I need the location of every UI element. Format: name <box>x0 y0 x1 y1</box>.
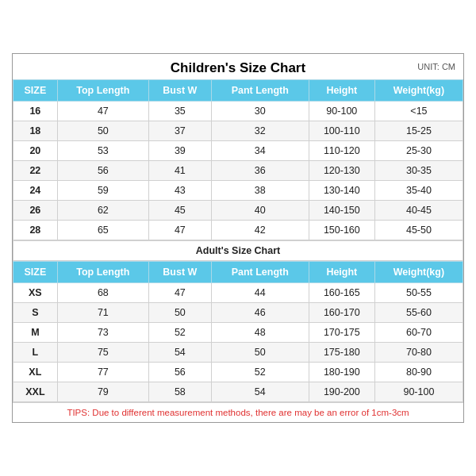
table-cell: 50-55 <box>374 283 463 303</box>
table-cell: 35-40 <box>374 181 463 201</box>
children-chart-title: Children's Size Chart <box>171 60 305 76</box>
table-cell: 34 <box>211 141 309 161</box>
unit-label: UNIT: CM <box>417 62 455 71</box>
table-cell: 15-25 <box>374 121 463 141</box>
table-cell: 39 <box>148 141 211 161</box>
adult-table: SIZE Top Length Bust W Pant Length Heigh… <box>13 261 463 402</box>
table-cell: 175-180 <box>309 343 374 363</box>
adult-col-size: SIZE <box>13 262 58 283</box>
table-cell: 16 <box>13 102 58 121</box>
table-cell: 75 <box>57 343 148 363</box>
table-cell: <15 <box>374 102 463 121</box>
table-cell: 150-160 <box>309 221 374 240</box>
children-col-size: SIZE <box>13 80 58 102</box>
table-cell: 32 <box>211 121 309 141</box>
table-row: 1647353090-100<15 <box>13 102 463 121</box>
table-cell: 30-35 <box>374 161 463 181</box>
table-cell: 55-60 <box>374 303 463 323</box>
table-cell: 46 <box>211 303 309 323</box>
adult-header-row: SIZE Top Length Bust W Pant Length Heigh… <box>13 262 463 283</box>
table-cell: 170-175 <box>309 323 374 343</box>
table-cell: XXL <box>13 382 58 402</box>
table-cell: 54 <box>211 382 309 402</box>
table-cell: 30 <box>211 102 309 121</box>
table-row: L755450175-18070-80 <box>13 343 463 363</box>
table-cell: 54 <box>148 343 211 363</box>
size-chart-container: Children's Size Chart UNIT: CM SIZE Top … <box>12 53 464 423</box>
table-row: 24594338130-14035-40 <box>13 181 463 201</box>
table-cell: 100-110 <box>309 121 374 141</box>
table-cell: 35 <box>148 102 211 121</box>
table-cell: 190-200 <box>309 382 374 402</box>
table-cell: 77 <box>57 363 148 382</box>
table-cell: 110-120 <box>309 141 374 161</box>
table-cell: M <box>13 323 58 343</box>
children-col-pant-length: Pant Length <box>211 80 309 102</box>
table-cell: 68 <box>57 283 148 303</box>
table-row: 22564136120-13030-35 <box>13 161 463 181</box>
table-cell: 47 <box>148 283 211 303</box>
table-cell: 59 <box>57 181 148 201</box>
children-col-weight: Weight(kg) <box>374 80 463 102</box>
table-cell: 37 <box>148 121 211 141</box>
table-cell: 36 <box>211 161 309 181</box>
table-row: XL775652180-19080-90 <box>13 363 463 382</box>
table-cell: 79 <box>57 382 148 402</box>
table-cell: 45 <box>148 201 211 221</box>
table-cell: 50 <box>211 343 309 363</box>
table-cell: 53 <box>57 141 148 161</box>
table-cell: 24 <box>13 181 58 201</box>
table-cell: 70-80 <box>374 343 463 363</box>
table-cell: S <box>13 303 58 323</box>
table-cell: 42 <box>211 221 309 240</box>
table-row: 18503732100-11015-25 <box>13 121 463 141</box>
children-table: SIZE Top Length Bust W Pant Length Heigh… <box>13 79 463 240</box>
table-row: 28654742150-16045-50 <box>13 221 463 240</box>
table-cell: 52 <box>148 323 211 343</box>
adult-chart-title: Adult's Size Chart <box>13 241 463 261</box>
children-title-row: Children's Size Chart UNIT: CM <box>13 54 463 79</box>
table-cell: 25-30 <box>374 141 463 161</box>
table-cell: 20 <box>13 141 58 161</box>
table-cell: L <box>13 343 58 363</box>
table-cell: 130-140 <box>309 181 374 201</box>
table-cell: 56 <box>148 363 211 382</box>
table-cell: 22 <box>13 161 58 181</box>
table-row: 20533934110-12025-30 <box>13 141 463 161</box>
table-cell: 65 <box>57 221 148 240</box>
adult-title-row: Adult's Size Chart <box>13 241 463 261</box>
table-cell: 45-50 <box>374 221 463 240</box>
table-cell: 160-165 <box>309 283 374 303</box>
table-cell: 60-70 <box>374 323 463 343</box>
table-row: M735248170-17560-70 <box>13 323 463 343</box>
tips-text: TIPS: Due to different measurement metho… <box>13 402 463 422</box>
table-row: XXL795854190-20090-100 <box>13 382 463 402</box>
table-cell: 58 <box>148 382 211 402</box>
table-cell: 71 <box>57 303 148 323</box>
children-col-bust-w: Bust W <box>148 80 211 102</box>
table-cell: 43 <box>148 181 211 201</box>
adult-col-height: Height <box>309 262 374 283</box>
table-cell: 28 <box>13 221 58 240</box>
table-cell: 18 <box>13 121 58 141</box>
table-cell: 50 <box>148 303 211 323</box>
adult-col-pant-length: Pant Length <box>211 262 309 283</box>
table-cell: 73 <box>57 323 148 343</box>
table-cell: 80-90 <box>374 363 463 382</box>
table-cell: 90-100 <box>374 382 463 402</box>
table-cell: XS <box>13 283 58 303</box>
table-cell: 48 <box>211 323 309 343</box>
table-cell: XL <box>13 363 58 382</box>
table-row: XS684744160-16550-55 <box>13 283 463 303</box>
table-cell: 40 <box>211 201 309 221</box>
children-header-row: SIZE Top Length Bust W Pant Length Heigh… <box>13 80 463 102</box>
table-cell: 40-45 <box>374 201 463 221</box>
table-cell: 47 <box>148 221 211 240</box>
table-cell: 56 <box>57 161 148 181</box>
adult-section-title-table: Adult's Size Chart <box>13 240 463 261</box>
table-cell: 44 <box>211 283 309 303</box>
table-cell: 160-170 <box>309 303 374 323</box>
table-cell: 47 <box>57 102 148 121</box>
table-cell: 62 <box>57 201 148 221</box>
children-col-height: Height <box>309 80 374 102</box>
